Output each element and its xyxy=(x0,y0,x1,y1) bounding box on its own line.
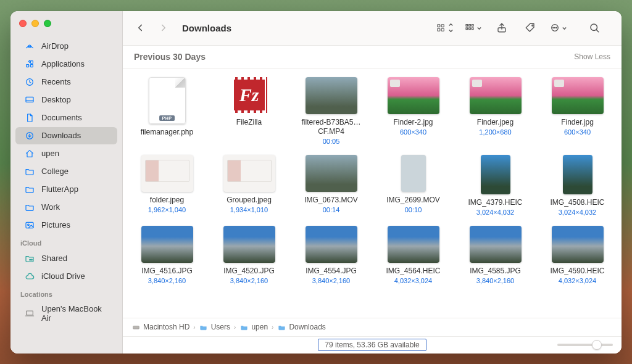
file-item[interactable]: folder.jpeg1,962×1,040 xyxy=(129,155,205,216)
file-item[interactable]: IMG_4508.HEIC3,024×4,032 xyxy=(539,155,615,216)
path-segment[interactable]: Users xyxy=(199,323,230,331)
svg-rect-2 xyxy=(30,64,33,67)
sidebar-item-college[interactable]: College xyxy=(15,163,117,180)
close-window-button[interactable] xyxy=(19,20,27,27)
file-meta: 600×340 xyxy=(564,128,591,136)
action-menu-button[interactable] xyxy=(550,19,567,36)
sidebar-item-flutterapp[interactable]: FlutterApp xyxy=(15,181,117,198)
chevron-down-icon xyxy=(476,22,482,33)
file-item[interactable]: IMG_4520.JPG3,840×2,160 xyxy=(211,226,287,284)
laptop-icon xyxy=(24,308,35,319)
show-less-button[interactable]: Show Less xyxy=(574,52,610,61)
file-item[interactable]: IMG_4585.JPG3,840×2,160 xyxy=(457,226,533,284)
folder-icon xyxy=(199,323,208,331)
back-button[interactable] xyxy=(131,19,149,36)
icon-size-slider[interactable] xyxy=(557,344,613,346)
status-bar: 79 items, 53.36 GB available xyxy=(123,336,622,354)
file-thumbnail xyxy=(306,226,357,263)
section-header: Previous 30 Days Show Less xyxy=(123,46,622,68)
svg-rect-1 xyxy=(27,64,29,67)
sidebar-item-upen[interactable]: upen xyxy=(15,145,117,162)
sidebar-item-work[interactable]: Work xyxy=(15,199,117,216)
sidebar-item-applications[interactable]: Applications xyxy=(15,56,117,73)
file-name: FileZilla xyxy=(212,118,286,127)
tags-button[interactable] xyxy=(522,19,539,36)
view-mode-button[interactable] xyxy=(436,19,454,36)
sidebar-item-documents[interactable]: Documents xyxy=(15,109,117,126)
path-segment[interactable]: upen xyxy=(239,323,268,331)
content-area: Previous 30 Days Show Less PHPfilemanage… xyxy=(123,46,622,318)
sidebar-item-desktop[interactable]: Desktop xyxy=(15,91,117,109)
svg-rect-15 xyxy=(438,25,440,27)
sidebar-item-pictures[interactable]: Pictures xyxy=(15,217,117,234)
file-item[interactable]: Finder-2.jpg600×340 xyxy=(375,77,451,145)
file-item[interactable]: Finder.jpg600×340 xyxy=(539,77,615,145)
file-item[interactable]: IMG_4554.JPG3,840×2,160 xyxy=(293,226,369,284)
clock-icon xyxy=(24,77,35,88)
file-meta: 3,024×4,032 xyxy=(476,209,514,216)
sidebar-item-label: Recents xyxy=(41,77,109,86)
file-item[interactable]: IMG_4379.HEIC3,024×4,032 xyxy=(457,155,533,216)
path-bar: Macintosh HD›Users›upen›Downloads xyxy=(123,318,622,336)
file-name: IMG_4590.HEIC xyxy=(541,267,615,276)
svg-rect-18 xyxy=(441,28,444,31)
sidebar-item-label: Work xyxy=(41,202,109,212)
sidebar-item-icloud-drive[interactable]: iCloud Drive xyxy=(15,268,117,285)
file-item[interactable]: IMG_4516.JPG3,840×2,160 xyxy=(129,226,205,284)
zoom-window-button[interactable] xyxy=(44,20,51,27)
apps-icon xyxy=(24,59,35,70)
file-item[interactable]: IMG_0673.MOV00:14 xyxy=(293,155,369,216)
svg-line-32 xyxy=(596,30,599,32)
svg-rect-19 xyxy=(466,25,468,27)
file-item[interactable]: FzFileZilla xyxy=(211,77,287,145)
sidebar-item-label: upen xyxy=(41,149,109,158)
file-item[interactable]: Finder.jpeg1,200×680 xyxy=(457,77,533,145)
path-segment[interactable]: Downloads xyxy=(277,323,325,331)
desktop-icon xyxy=(24,94,35,105)
svg-point-30 xyxy=(556,27,557,28)
sidebar-item-label: Desktop xyxy=(41,95,109,104)
file-thumbnail xyxy=(401,155,426,192)
file-name: IMG_4508.HEIC xyxy=(541,198,615,207)
shared-icon xyxy=(24,253,35,264)
file-meta: 1,962×1,040 xyxy=(148,206,186,213)
svg-rect-16 xyxy=(441,25,444,27)
file-item[interactable]: filtered-B73BA5…CF.MP400:05 xyxy=(293,77,369,145)
sidebar-item-shared[interactable]: Shared xyxy=(15,250,117,267)
home-icon xyxy=(24,148,35,159)
sidebar-section-icloud-label: iCloud xyxy=(10,234,122,249)
sidebar-item-upen-s-macbook-air[interactable]: Upen's MacBook Air xyxy=(15,301,117,326)
file-item[interactable]: IMG_2699.MOV00:10 xyxy=(375,155,451,216)
forward-button[interactable] xyxy=(155,19,172,36)
path-label: upen xyxy=(251,323,268,331)
minimize-window-button[interactable] xyxy=(31,20,39,27)
file-name: Finder-2.jpg xyxy=(376,118,451,127)
image-icon xyxy=(24,220,35,231)
group-by-button[interactable] xyxy=(465,19,482,36)
file-thumbnail xyxy=(223,226,275,263)
file-meta: 4,032×3,024 xyxy=(394,277,432,284)
sidebar-item-label: FlutterApp xyxy=(41,184,109,194)
sidebar-item-label: Downloads xyxy=(41,131,109,140)
path-segment[interactable]: Macintosh HD xyxy=(131,323,189,331)
finder-window: AirDropApplicationsRecentsDesktopDocumen… xyxy=(10,11,622,354)
window-title: Downloads xyxy=(182,23,231,33)
file-thumbnail xyxy=(552,77,604,114)
cloud-icon xyxy=(24,271,35,282)
sidebar-item-recents[interactable]: Recents xyxy=(15,73,117,91)
file-item[interactable]: IMG_4590.HEIC4,032×3,024 xyxy=(539,226,615,284)
file-meta: 00:10 xyxy=(405,206,422,213)
file-name: filemanager.php xyxy=(130,128,204,137)
svg-rect-33 xyxy=(133,326,139,329)
sidebar-item-airdrop[interactable]: AirDrop xyxy=(15,38,117,55)
file-name: filtered-B73BA5…CF.MP4 xyxy=(294,118,368,136)
file-item[interactable]: PHPfilemanager.php xyxy=(129,77,205,145)
share-button[interactable] xyxy=(493,19,510,36)
file-item[interactable]: IMG_4564.HEIC4,032×3,024 xyxy=(375,226,451,284)
search-button[interactable] xyxy=(586,19,603,36)
file-meta: 3,840×2,160 xyxy=(230,277,268,284)
svg-rect-21 xyxy=(472,25,473,27)
file-item[interactable]: Grouped.jpeg1,934×1,010 xyxy=(211,155,287,216)
chevron-right-icon: › xyxy=(193,324,195,331)
sidebar-item-downloads[interactable]: Downloads xyxy=(15,127,117,144)
